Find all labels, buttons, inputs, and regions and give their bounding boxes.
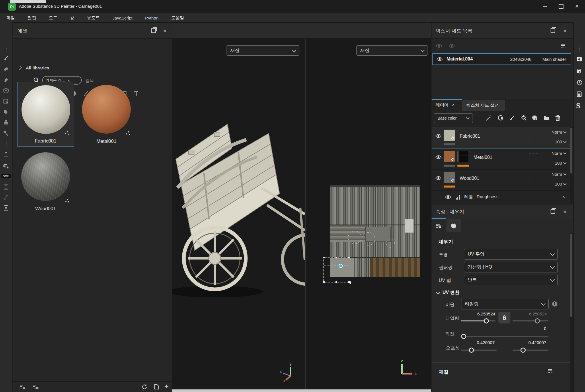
layers-scrollbar[interactable] [570,127,573,203]
tiling-lock-button[interactable] [498,312,510,323]
polygon-fill-tool-icon[interactable] [3,98,9,105]
tiling-y-value[interactable]: 6.250524 [518,311,547,316]
viewport-3d[interactable]: 재질 Y Z X [172,39,305,389]
layer-visibility-icon[interactable] [435,175,442,182]
assets-close-icon[interactable]: × [161,26,169,35]
tab-texture-set-settings[interactable]: 텍스처 세트 설정 [462,100,505,111]
asset-collection-icon[interactable] [32,383,40,391]
rotation-knob[interactable] [461,334,466,339]
save-asset-list-icon[interactable] [19,383,26,391]
texture-set-row[interactable]: Material.004 2048x2048 Main shader [432,53,571,65]
export-icon[interactable] [3,151,9,158]
layer-row-fabric001[interactable]: Fabric001 Norm 100 [432,127,570,149]
viewport-2d[interactable]: 재질 V U [306,39,431,389]
viewport-3d-shading-dropdown[interactable]: 재질 [227,45,299,56]
new-resource-icon[interactable] [153,383,160,391]
smudge-tool-icon[interactable] [3,108,9,115]
scale-mode-dropdown[interactable]: 타일링 [461,299,549,309]
asset-tile-wood001[interactable]: Wood001 [17,149,74,214]
menu-file[interactable]: 파일 [0,13,21,22]
shader-settings-icon[interactable] [576,68,583,75]
window-minimize-button[interactable] [537,0,553,13]
projection-dropdown[interactable]: UV 투영 [464,249,558,260]
uv-transform-gizmo[interactable] [323,257,349,282]
texture-set-sort-icon[interactable] [560,42,568,50]
layer-mask-thumbnail[interactable] [457,151,469,162]
tiling-x-knob[interactable] [484,318,489,323]
history-icon[interactable] [576,79,583,87]
material-picker-tool-icon[interactable] [3,130,9,136]
layer-visibility-icon[interactable] [435,132,442,140]
layer-blend-mode[interactable]: Norm [551,151,566,156]
add-group-icon[interactable] [543,114,550,122]
dock-drag-handle[interactable] [5,46,7,53]
window-maximize-button[interactable] [553,0,569,13]
layer-effect-row[interactable]: 레벨 - Roughness × [432,191,570,203]
layer-opacity[interactable]: 100 [555,139,566,144]
add-smart-mask-icon[interactable] [497,114,504,122]
asset-tile-metal001[interactable]: Metal001 [78,82,135,147]
uv-transform-section-toggle[interactable]: UV 변환 [436,290,459,296]
layer-mask-placeholder[interactable] [529,153,538,162]
info-icon[interactable] [551,301,558,307]
channel-selector-dropdown[interactable]: Base color [434,113,473,123]
offset-y-knob[interactable] [520,348,526,353]
gizmo-pivot-handle[interactable] [339,264,343,268]
geometry-mask-tool-icon[interactable] [3,87,9,94]
tab-properties-settings[interactable] [432,218,446,233]
smp-badge-icon[interactable]: SMP [1,174,11,178]
solo-visibility-icon[interactable] [448,42,456,50]
layer-thumbnail[interactable] [444,172,455,183]
paint-tool-icon[interactable] [3,54,9,61]
assets-detach-icon[interactable] [149,26,158,35]
menu-viewport[interactable]: 뷰포트 [81,13,106,22]
texture-set-detach-icon[interactable] [549,26,557,35]
display-settings-icon[interactable] [576,56,583,64]
properties-scrollbar[interactable] [570,233,573,392]
tiling-x-value[interactable]: 6.250524 [466,311,495,316]
layer-row-wood001[interactable]: Wood001 Norm 100 [432,170,570,191]
window-close-button[interactable]: × [569,0,585,13]
delete-layer-icon[interactable] [554,114,562,122]
menu-javascript[interactable]: JavaScript [106,13,139,22]
effect-visibility-icon[interactable] [445,194,452,200]
add-smart-material-icon[interactable] [531,114,539,122]
tiling-x-slider[interactable] [461,320,487,321]
texture-set-visibility-icon[interactable] [436,56,443,63]
add-effect-icon[interactable] [485,114,492,122]
tiling-y-knob[interactable] [535,318,540,323]
import-resources-icon[interactable]: + [164,382,169,391]
tab-close-icon[interactable]: × [452,102,455,108]
layer-row-metal001[interactable]: Metal001 Norm 100 [432,149,570,170]
menu-window[interactable]: 창 [64,13,81,22]
material-channels-menu-icon[interactable] [547,368,554,375]
asset-tile-fabric001[interactable]: Fabric001 [17,82,74,147]
send-to-icon[interactable] [3,163,9,170]
layer-opacity[interactable]: 100 [555,182,566,186]
dock-drag-handle[interactable] [579,46,580,53]
layer-thumbnail[interactable] [444,130,455,141]
refresh-assets-icon[interactable] [141,383,148,391]
menu-help[interactable]: 도움말 [165,13,190,22]
substance-share-icon[interactable]: S [576,102,580,110]
layer-visibility-icon[interactable] [435,154,442,161]
effect-remove-icon[interactable]: × [562,194,565,200]
viewport-2d-shading-dropdown[interactable]: 재질 [356,45,428,56]
toggle-visibility-all-icon[interactable] [436,42,443,50]
offset-x-slider[interactable] [461,350,497,351]
filtering-dropdown[interactable]: 겹선형 | HQ [464,262,558,272]
properties-detach-icon[interactable] [549,207,557,216]
properties-close-icon[interactable]: × [561,207,569,216]
layer-mask-placeholder[interactable] [529,174,538,183]
clone-tool-icon[interactable] [3,119,9,126]
layer-opacity[interactable]: 100 [555,161,566,165]
tab-layers[interactable]: 레이어 × [432,99,462,110]
offset-y-slider[interactable] [512,350,548,351]
tiling-y-slider[interactable] [512,320,548,321]
layer-blend-mode[interactable]: Norm [551,172,566,177]
offset-x-knob[interactable] [469,348,474,353]
offset-y-value[interactable]: -0.420007 [517,340,546,345]
rotation-value[interactable]: 0 [518,326,546,331]
resources-updater-icon[interactable] [3,205,9,212]
tab-properties-material[interactable] [446,219,461,232]
